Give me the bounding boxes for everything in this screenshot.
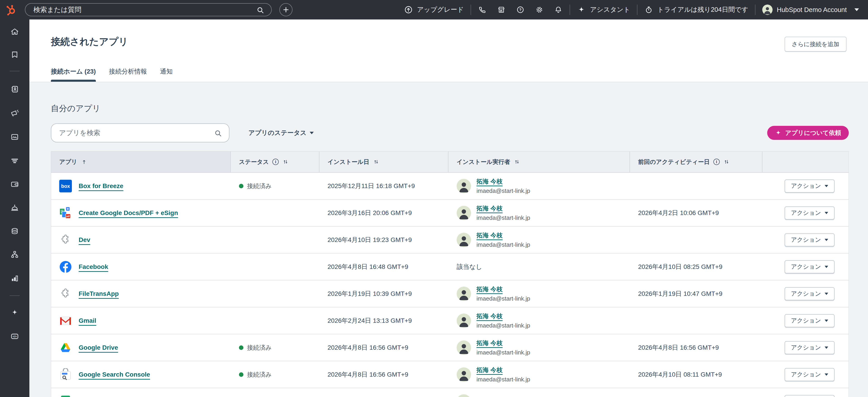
app-name-link[interactable]: Facebook xyxy=(79,263,108,271)
assistant-button[interactable]: アシスタント xyxy=(577,5,630,14)
app-name-link[interactable]: Google Search Console xyxy=(79,371,150,378)
last-activity-cell xyxy=(630,227,763,253)
create-button[interactable] xyxy=(279,3,292,16)
tab-notifications[interactable]: 通知 xyxy=(160,67,173,82)
sidebar-item-service[interactable] xyxy=(10,203,19,212)
add-connection-button[interactable]: さらに接続を追加 xyxy=(784,37,846,52)
actions-button[interactable]: アクション xyxy=(784,206,835,220)
chevron-down-icon xyxy=(310,132,314,134)
page-header: 接続されたアプリ さらに接続を追加 接続ホーム (23) 接続分析情報 通知 xyxy=(29,20,868,82)
top-navigation-bar: 検索または質問 アップグレード ? xyxy=(0,0,868,20)
sidebar-item-content[interactable] xyxy=(10,133,19,141)
actions-cell: アクション xyxy=(763,307,848,334)
actions-button[interactable]: アクション xyxy=(784,314,835,327)
actions-button[interactable]: アクション xyxy=(784,368,835,381)
actions-button[interactable]: アクション xyxy=(784,341,835,354)
actions-button[interactable]: アクション xyxy=(784,233,835,247)
installer-avatar xyxy=(457,287,471,301)
info-icon[interactable]: i xyxy=(713,159,720,165)
sidebar-item-automation[interactable] xyxy=(10,250,19,259)
sort-icon xyxy=(282,159,289,165)
app-cell: Facebook xyxy=(51,254,231,280)
installer-email: imaeda@start-link.jp xyxy=(476,322,530,329)
sidebar-item-commerce[interactable] xyxy=(10,179,19,189)
app-name-link[interactable]: FileTransApp xyxy=(79,290,119,297)
settings-gear-icon[interactable] xyxy=(535,5,544,14)
last-activity-cell: 2026年1月19日 10:47 GMT+9 xyxy=(630,280,763,307)
global-search-input[interactable]: 検索または質問 xyxy=(25,3,272,16)
apps-section: 自分のアプリ アプリを検索 アプリのステータス アプリについて依頼 アプリ xyxy=(29,82,868,397)
upgrade-icon xyxy=(404,5,413,14)
trial-status[interactable]: トライアルは残り204日間です xyxy=(644,5,748,14)
installer-avatar xyxy=(457,179,471,193)
installer-email: imaeda@start-link.jp xyxy=(476,376,530,383)
request-app-button[interactable]: アプリについて依頼 xyxy=(767,126,849,140)
tab-connection-home[interactable]: 接続ホーム (23) xyxy=(51,67,96,82)
notifications-bell-icon[interactable] xyxy=(554,5,563,14)
table-row: Facebook 2026年4月8日 16:48 GMT+9 該当なし 2026… xyxy=(51,254,848,280)
installer-name-link[interactable]: 拓海 今枝 xyxy=(476,231,530,239)
install-date-cell: 2025年12月11日 16:18 GMT+9 xyxy=(319,173,448,199)
phone-icon[interactable] xyxy=(478,5,487,14)
app-search-input[interactable]: アプリを検索 xyxy=(51,123,229,142)
sidebar-item-developer[interactable]: </> xyxy=(10,332,19,341)
app-name-link[interactable]: Box for Breeze xyxy=(79,182,123,190)
divider xyxy=(755,4,755,15)
actions-button[interactable]: アクション xyxy=(784,395,835,397)
status-cell xyxy=(231,254,319,280)
installer-email: imaeda@start-link.jp xyxy=(476,241,530,248)
column-header-install-date[interactable]: インストール日 xyxy=(319,151,448,173)
app-cell: Dev xyxy=(51,227,231,253)
installer-avatar xyxy=(457,367,471,382)
sidebar-item-sales[interactable] xyxy=(10,156,19,165)
actions-button[interactable]: アクション xyxy=(784,260,835,274)
sidebar-item-bookmarks[interactable] xyxy=(10,50,19,59)
svg-text:box: box xyxy=(61,183,70,189)
column-header-status[interactable]: ステータス i xyxy=(231,151,319,173)
installer-name-link[interactable]: 拓海 今枝 xyxy=(476,312,530,320)
installer-avatar xyxy=(457,340,471,355)
column-header-last-activity[interactable]: 前回のアクティビティー日 i xyxy=(630,151,763,173)
hubspot-logo-icon[interactable] xyxy=(5,4,17,16)
installer-name-link[interactable]: 拓海 今枝 xyxy=(476,339,530,347)
avatar xyxy=(457,233,471,247)
actions-cell: アクション xyxy=(763,173,848,199)
app-status-filter[interactable]: アプリのステータス xyxy=(248,129,314,137)
app-cell: pdf Create Google Docs/PDF + eSign xyxy=(51,200,231,226)
page-title: 接続されたアプリ xyxy=(51,35,128,48)
sidebar-item-home[interactable] xyxy=(10,27,19,36)
app-name-link[interactable]: Google Drive xyxy=(79,344,118,351)
chevron-down-icon xyxy=(825,373,828,376)
sidebar-item-marketing[interactable] xyxy=(10,109,19,118)
gmail-app-icon xyxy=(59,314,72,327)
table-row: 拓海 今枝 アクション xyxy=(51,388,848,397)
sidebar-item-data[interactable] xyxy=(10,227,19,236)
app-name-link[interactable]: Gmail xyxy=(79,317,96,324)
installer-name-link[interactable]: 拓海 今枝 xyxy=(476,285,530,293)
avatar xyxy=(457,313,471,328)
last-activity-cell: 2026年4月8日 16:56 GMT+9 xyxy=(630,334,763,361)
actions-button[interactable]: アクション xyxy=(784,179,835,193)
marketplace-icon[interactable] xyxy=(497,5,506,14)
column-header-installer[interactable]: インストール実行者 xyxy=(448,151,630,173)
tab-connection-insights[interactable]: 接続分析情報 xyxy=(109,67,147,82)
column-header-app[interactable]: アプリ xyxy=(51,151,231,173)
upgrade-button[interactable]: アップグレード xyxy=(404,5,464,14)
info-icon[interactable]: i xyxy=(272,159,279,165)
installer-name-link[interactable]: 拓海 今枝 xyxy=(476,177,530,186)
status-cell: 接続済み xyxy=(231,361,319,388)
sidebar-item-ai[interactable] xyxy=(10,308,19,317)
app-name-link[interactable]: Dev xyxy=(79,236,90,244)
actions-button[interactable]: アクション xyxy=(784,287,835,300)
help-icon[interactable]: ? xyxy=(516,5,525,14)
sidebar-item-reporting[interactable] xyxy=(10,274,19,283)
app-cell: Google Search Console xyxy=(51,361,231,388)
avatar xyxy=(457,179,471,193)
installer-name-link[interactable]: 拓海 今枝 xyxy=(476,204,530,212)
avatar xyxy=(457,206,471,220)
installer-name-link[interactable]: 拓海 今枝 xyxy=(476,366,530,374)
app-name-link[interactable]: Create Google Docs/PDF + eSign xyxy=(79,209,178,217)
status-label: 接続済み xyxy=(247,182,272,190)
account-menu[interactable]: HubSpot Demo Account xyxy=(762,4,859,15)
sidebar-item-crm[interactable] xyxy=(10,85,19,94)
